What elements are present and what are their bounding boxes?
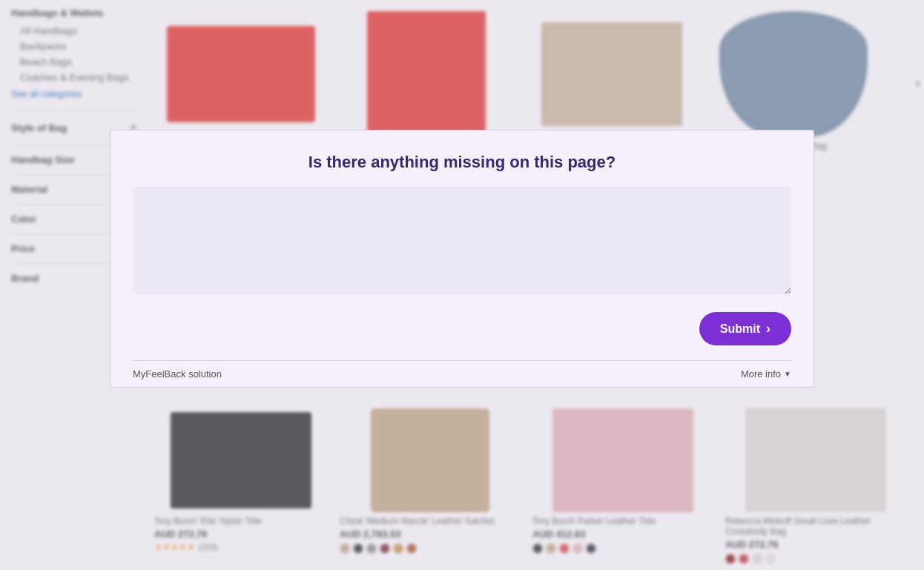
feedback-textarea[interactable] bbox=[133, 187, 791, 294]
chevron-down-icon: ▼ bbox=[784, 370, 791, 378]
modal-branding: MyFeelBack solution More info ▼ bbox=[133, 360, 791, 387]
more-info-label: More info bbox=[741, 368, 781, 380]
modal-question: Is there anything missing on this page? bbox=[133, 153, 791, 172]
submit-label: Submit bbox=[720, 322, 760, 336]
feedback-modal: Is there anything missing on this page? … bbox=[110, 130, 814, 388]
modal-footer: Submit › bbox=[133, 312, 791, 345]
more-info-button[interactable]: More info ▼ bbox=[741, 368, 791, 380]
submit-button[interactable]: Submit › bbox=[699, 312, 791, 345]
submit-arrow-icon: › bbox=[766, 321, 770, 337]
myfeelback-branding: MyFeelBack solution bbox=[133, 368, 222, 380]
